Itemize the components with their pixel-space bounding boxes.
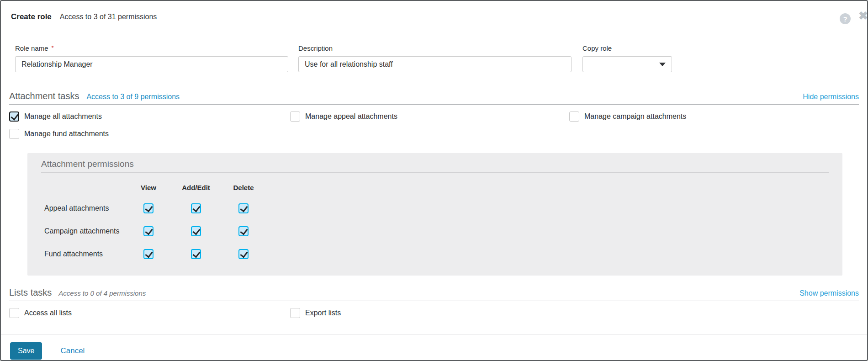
checkbox-fund-view[interactable] bbox=[143, 249, 153, 259]
description-field-group: Description bbox=[298, 44, 572, 72]
table-cell bbox=[172, 243, 220, 265]
hide-permissions-link[interactable]: Hide permissions bbox=[803, 93, 859, 101]
attachment-access-link[interactable]: Access to 3 of 9 permissions bbox=[86, 93, 180, 101]
table-cell bbox=[125, 220, 172, 243]
table-cell bbox=[125, 197, 172, 220]
permissions-summary: Access to 3 of 31 permissions bbox=[60, 13, 157, 21]
checkbox-box[interactable] bbox=[9, 129, 19, 139]
checkbox-campaign-add-edit[interactable] bbox=[191, 226, 201, 236]
lists-tasks-checkboxes: Access all lists Export lists bbox=[9, 308, 858, 318]
checkbox-box[interactable] bbox=[290, 308, 300, 318]
table-cell bbox=[220, 220, 267, 243]
lists-tasks-title: Lists tasks bbox=[9, 287, 52, 298]
close-icon[interactable]: ✖ bbox=[858, 10, 868, 21]
table-corner bbox=[44, 173, 125, 197]
copy-role-field-group: Copy role bbox=[582, 44, 672, 72]
save-button[interactable]: Save bbox=[10, 342, 42, 360]
table-cell bbox=[220, 197, 267, 220]
checkbox-manage-fund-attachments[interactable]: Manage fund attachments bbox=[9, 129, 290, 139]
checkbox-label: Manage appeal attachments bbox=[305, 112, 397, 121]
checkbox-access-all-lists[interactable]: Access all lists bbox=[9, 308, 290, 318]
role-name-input[interactable] bbox=[15, 56, 288, 72]
description-input[interactable] bbox=[298, 56, 572, 72]
checkbox-manage-all-attachments[interactable]: Manage all attachments bbox=[9, 111, 290, 122]
checkbox-fund-delete[interactable] bbox=[238, 249, 249, 259]
checkbox-fund-add-edit[interactable] bbox=[191, 249, 201, 259]
page-title: Create role bbox=[11, 12, 52, 21]
checkbox-label: Manage all attachments bbox=[24, 112, 102, 121]
table-cell bbox=[125, 243, 172, 265]
attachment-tasks-title: Attachment tasks bbox=[9, 91, 79, 101]
role-name-label-text: Role name bbox=[15, 44, 48, 52]
lists-tasks-header: Lists tasks Access to 0 of 4 permissions… bbox=[9, 287, 859, 301]
cancel-link[interactable]: Cancel bbox=[60, 346, 85, 356]
attachment-tasks-checkboxes: Manage all attachments Manage appeal att… bbox=[9, 111, 858, 139]
row-label-campaign-attachments: Campaign attachments bbox=[44, 220, 125, 243]
description-label: Description bbox=[298, 44, 572, 52]
checkbox-label: Access all lists bbox=[24, 309, 72, 317]
role-name-label: Role name* bbox=[15, 44, 288, 52]
create-role-dialog: Create role Access to 3 of 31 permission… bbox=[0, 0, 868, 361]
copy-role-label: Copy role bbox=[582, 44, 672, 52]
column-header-delete: Delete bbox=[220, 173, 267, 197]
dialog-footer: Save Cancel bbox=[1, 334, 867, 360]
attachment-permissions-title: Attachment permissions bbox=[41, 159, 829, 173]
checkbox-box[interactable] bbox=[290, 111, 300, 122]
table-cell bbox=[172, 220, 220, 243]
show-permissions-link[interactable]: Show permissions bbox=[799, 289, 859, 297]
role-name-field-group: Role name* bbox=[15, 44, 288, 72]
checkbox-appeal-view[interactable] bbox=[143, 203, 153, 213]
checkbox-manage-campaign-attachments[interactable]: Manage campaign attachments bbox=[569, 111, 858, 122]
checkbox-manage-appeal-attachments[interactable]: Manage appeal attachments bbox=[290, 111, 569, 122]
checkbox-label: Export lists bbox=[305, 309, 341, 317]
attachment-tasks-header: Attachment tasks Access to 3 of 9 permis… bbox=[9, 91, 859, 105]
checkbox-campaign-view[interactable] bbox=[143, 226, 153, 236]
attachment-permissions-table: View Add/Edit Delete Appeal attachments … bbox=[44, 173, 829, 265]
table-cell bbox=[220, 243, 267, 265]
role-form-row: Role name* Description Copy role bbox=[1, 44, 867, 72]
required-asterisk: * bbox=[52, 44, 54, 51]
row-label-appeal-attachments: Appeal attachments bbox=[44, 197, 125, 220]
column-header-add-edit: Add/Edit bbox=[172, 173, 220, 197]
checkbox-appeal-add-edit[interactable] bbox=[191, 203, 201, 213]
checkbox-box[interactable] bbox=[569, 111, 579, 122]
checkbox-label: Manage campaign attachments bbox=[584, 112, 686, 121]
checkbox-export-lists[interactable]: Export lists bbox=[290, 308, 569, 318]
checkbox-campaign-delete[interactable] bbox=[238, 226, 249, 236]
table-cell bbox=[172, 197, 220, 220]
attachment-permissions-panel: Attachment permissions View Add/Edit Del… bbox=[27, 153, 842, 276]
row-label-fund-attachments: Fund attachments bbox=[44, 243, 125, 265]
checkbox-box[interactable] bbox=[9, 111, 19, 122]
lists-access-text: Access to 0 of 4 permissions bbox=[58, 289, 146, 297]
checkbox-box[interactable] bbox=[9, 308, 19, 318]
caret-down-icon bbox=[659, 63, 666, 66]
checkbox-label: Manage fund attachments bbox=[24, 130, 109, 138]
column-header-view: View bbox=[125, 173, 172, 197]
checkbox-appeal-delete[interactable] bbox=[238, 203, 249, 213]
copy-role-select[interactable] bbox=[582, 56, 672, 72]
dialog-header: Create role Access to 3 of 31 permission… bbox=[1, 1, 867, 21]
help-icon[interactable]: ? bbox=[840, 13, 851, 24]
